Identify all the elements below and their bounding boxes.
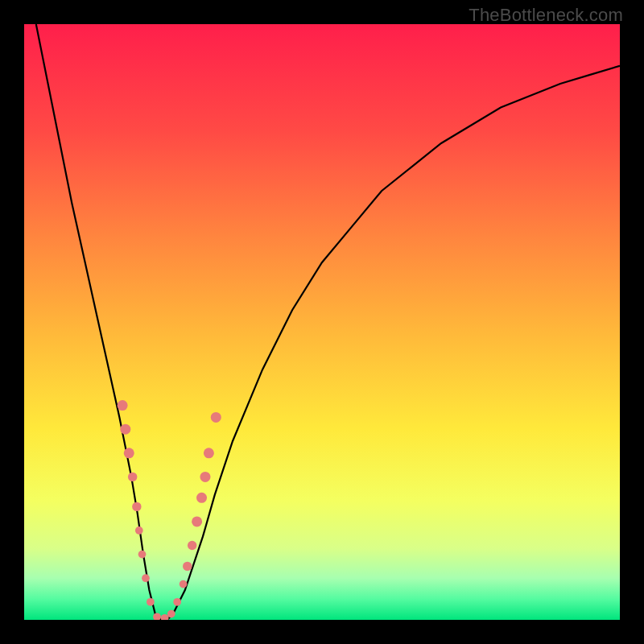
bottleneck-curve — [36, 24, 620, 620]
curve-marker — [173, 598, 181, 606]
curve-marker — [180, 580, 188, 588]
curve-marker — [200, 472, 210, 482]
curve-marker — [147, 598, 155, 606]
curve-marker — [135, 526, 143, 535]
curve-marker — [196, 493, 207, 503]
curve-marker — [211, 412, 221, 423]
curve-marker — [192, 516, 202, 526]
curve-markers — [118, 400, 221, 620]
curve-marker — [128, 473, 137, 481]
plot-area — [24, 24, 620, 620]
curve-marker — [204, 448, 214, 458]
curve-marker — [132, 502, 141, 511]
curve-marker — [161, 614, 169, 620]
curve-marker — [167, 610, 175, 618]
curve-marker — [188, 541, 196, 550]
chart-frame: TheBottleneck.com — [0, 0, 644, 644]
curve-marker — [153, 613, 161, 620]
curve-marker — [183, 562, 192, 571]
curve-marker — [120, 424, 130, 435]
watermark-label: TheBottleneck.com — [469, 5, 623, 26]
curve-marker — [142, 574, 150, 582]
curve-layer — [24, 24, 620, 620]
curve-marker — [118, 400, 128, 411]
curve-marker — [124, 448, 134, 458]
curve-marker — [138, 551, 147, 559]
